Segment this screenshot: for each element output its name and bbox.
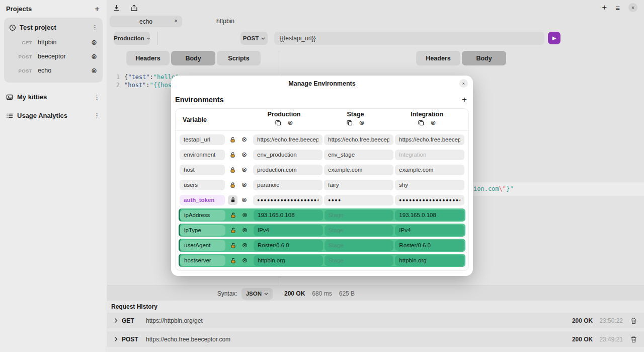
chevron-right-icon[interactable] — [114, 318, 118, 323]
stage-value-input[interactable] — [325, 225, 394, 236]
lock-open-icon[interactable] — [228, 210, 238, 220]
duplicate-environment-icon[interactable] — [347, 120, 353, 126]
remove-request-icon[interactable]: ⊗ — [91, 53, 97, 60]
lock-open-icon[interactable] — [228, 150, 237, 160]
production-value-input[interactable] — [253, 180, 323, 190]
remove-variable-icon[interactable]: ⊗ — [240, 136, 248, 143]
tab-request-body[interactable]: Body — [171, 51, 215, 65]
url-input[interactable] — [274, 32, 544, 45]
variable-name-input[interactable] — [180, 225, 225, 236]
integration-value-input[interactable] — [395, 225, 464, 236]
trash-icon[interactable] — [630, 317, 637, 324]
send-request-button[interactable]: ▶ — [548, 32, 560, 44]
lock-open-icon[interactable] — [228, 241, 238, 250]
production-value-input[interactable] — [254, 225, 323, 236]
sidebar-item-usage-analytics[interactable]: Usage Analytics ⋮ — [0, 106, 107, 125]
tab-echo[interactable]: echo × — [110, 16, 182, 27]
stage-value-input[interactable] — [324, 180, 393, 190]
integration-value-input[interactable] — [395, 255, 464, 266]
project-header[interactable]: Test project ⋮ — [4, 21, 103, 35]
integration-value-input[interactable] — [395, 134, 464, 145]
chevron-right-icon[interactable] — [114, 336, 118, 342]
stage-value-input[interactable] — [324, 165, 393, 175]
integration-value-input[interactable] — [395, 210, 464, 221]
variable-name-input[interactable] — [180, 134, 225, 145]
stage-value-input[interactable] — [324, 150, 393, 160]
production-value-input[interactable] — [254, 240, 323, 251]
remove-variable-icon[interactable]: ⊗ — [241, 227, 249, 234]
stage-value-input[interactable] — [325, 210, 394, 221]
duplicate-environment-icon[interactable] — [275, 120, 281, 126]
production-value-input[interactable] — [254, 210, 323, 221]
delete-environment-icon[interactable]: ⊗ — [288, 119, 293, 126]
history-row[interactable]: GET https://httpbin.org/get 200 OK 23:50… — [107, 313, 644, 328]
sidebar-item-my-kitties[interactable]: My kitties ⋮ — [0, 88, 107, 106]
duplicate-environment-icon[interactable] — [418, 120, 424, 126]
lock-open-icon[interactable] — [228, 226, 238, 235]
integration-value-input[interactable] — [395, 180, 464, 190]
stage-value-input[interactable] — [324, 195, 393, 205]
code-token: : — [146, 81, 149, 89]
integration-value-input[interactable] — [395, 240, 464, 251]
variable-name-input[interactable] — [180, 165, 225, 175]
sidebar-item-echo[interactable]: POST echo ⊗ — [4, 63, 103, 78]
sidebar-item-httpbin[interactable]: GET httpbin ⊗ — [4, 35, 103, 49]
remove-variable-icon[interactable]: ⊗ — [240, 196, 248, 203]
lock-closed-icon[interactable] — [228, 195, 237, 205]
syntax-dropdown[interactable]: JSON — [242, 288, 273, 300]
import-icon[interactable] — [113, 4, 120, 12]
tab-response-body[interactable]: Body — [462, 51, 506, 65]
method-dropdown[interactable]: POST — [240, 32, 268, 45]
remove-request-icon[interactable]: ⊗ — [91, 39, 97, 46]
variable-name-input[interactable] — [180, 195, 225, 205]
remove-variable-icon[interactable]: ⊗ — [240, 166, 248, 173]
lock-open-icon[interactable] — [228, 180, 237, 190]
remove-variable-icon[interactable]: ⊗ — [241, 257, 249, 264]
variable-name-input[interactable] — [180, 150, 225, 160]
production-value-input[interactable] — [253, 195, 323, 205]
delete-environment-icon[interactable]: ⊗ — [431, 119, 436, 126]
production-value-input[interactable] — [253, 134, 323, 145]
production-value-input[interactable] — [253, 165, 323, 175]
section-menu-icon[interactable]: ⋮ — [94, 93, 100, 101]
environment-dropdown[interactable]: Production — [114, 32, 150, 45]
tab-request-headers[interactable]: Headers — [126, 51, 170, 65]
remove-variable-icon[interactable]: ⊗ — [240, 151, 248, 158]
stage-value-input[interactable] — [324, 134, 393, 145]
new-request-button[interactable]: + — [602, 4, 607, 11]
remove-variable-icon[interactable]: ⊗ — [241, 242, 249, 249]
variable-name-input[interactable] — [180, 240, 225, 251]
sidebar-item-beeceptor[interactable]: POST beeceptor ⊗ — [4, 49, 103, 63]
close-window-button[interactable]: × — [628, 3, 637, 12]
close-tab-icon[interactable]: × — [175, 18, 178, 24]
tab-response-headers[interactable]: Headers — [416, 51, 460, 65]
lock-open-icon[interactable] — [228, 256, 238, 265]
variable-name-input[interactable] — [180, 255, 225, 266]
remove-variable-icon[interactable]: ⊗ — [240, 181, 248, 188]
project-menu-icon[interactable]: ⋮ — [92, 24, 98, 31]
tab-request-scripts[interactable]: Scripts — [217, 51, 261, 65]
delete-environment-icon[interactable]: ⊗ — [359, 119, 365, 126]
integration-value-input[interactable] — [395, 195, 464, 205]
variable-name-input[interactable] — [180, 210, 225, 221]
integration-value-input[interactable] — [395, 165, 464, 175]
tab-httpbin[interactable]: httpbin — [205, 16, 246, 27]
variable-name-input[interactable] — [180, 180, 225, 190]
lock-open-icon[interactable] — [228, 135, 237, 145]
stage-value-input[interactable] — [325, 255, 394, 266]
lock-open-icon[interactable] — [228, 165, 237, 175]
add-environment-button[interactable]: + — [462, 96, 467, 103]
menu-icon[interactable]: ≡ — [615, 4, 620, 12]
production-value-input[interactable] — [253, 150, 323, 160]
remove-variable-icon[interactable]: ⊗ — [241, 212, 249, 219]
remove-request-icon[interactable]: ⊗ — [91, 67, 97, 74]
production-value-input[interactable] — [254, 255, 323, 266]
close-modal-button[interactable]: × — [459, 79, 468, 88]
history-row[interactable]: POST https://echo.free.beeceptor.com 200… — [107, 331, 644, 347]
stage-value-input[interactable] — [325, 240, 394, 251]
export-icon[interactable] — [130, 4, 138, 12]
add-project-button[interactable]: + — [95, 6, 100, 13]
integration-value-input[interactable] — [395, 150, 464, 160]
trash-icon[interactable] — [630, 336, 637, 343]
section-menu-icon[interactable]: ⋮ — [94, 112, 100, 119]
